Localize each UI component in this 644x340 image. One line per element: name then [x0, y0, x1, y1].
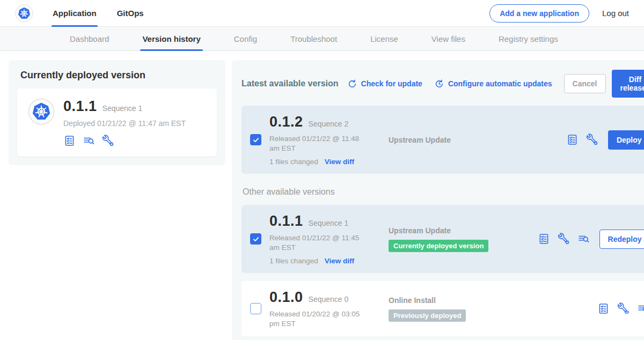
refresh-icon	[347, 79, 357, 89]
previously-deployed-badge: Previously deployed	[389, 309, 466, 322]
version-source: Upstream Update Currently deployed versi…	[389, 226, 538, 252]
subtab-dashboard[interactable]: Dashboard	[70, 27, 109, 51]
preflight-checks-icon[interactable]	[538, 233, 550, 245]
view-diff-link[interactable]: View diff	[325, 158, 354, 166]
subtab-version-history[interactable]: Version history	[142, 27, 200, 51]
diff-releases-button[interactable]: Diff releases	[612, 70, 644, 98]
currently-deployed-card: Currently deployed version 0.1.1 Sequenc…	[9, 60, 225, 165]
kubernetes-logo-icon	[15, 4, 33, 23]
sequence-label: Sequence 2	[309, 120, 349, 128]
cancel-button[interactable]: Cancel	[564, 74, 606, 93]
view-diff-link[interactable]: View diff	[325, 257, 354, 265]
released-timestamp: Released 01/21/22 @ 11:45 am EST	[269, 233, 367, 252]
source-label: Online Install	[389, 296, 597, 305]
deployed-timestamp: Deployed 01/21/22 @ 11:47 am EST	[63, 119, 186, 128]
released-timestamp: Released 01/20/22 @ 03:05 pm EST	[269, 309, 367, 328]
top-nav-right: Add a new application Log out	[489, 4, 629, 23]
version-info: 0.1.0 Sequence 0 Released 01/20/22 @ 03:…	[269, 289, 375, 328]
add-new-application-button[interactable]: Add a new application	[489, 4, 589, 23]
other-versions-heading: Other available versions	[243, 187, 644, 197]
latest-available-heading: Latest available version	[241, 79, 339, 88]
version-row-0-1-2: 0.1.2 Sequence 2 Released 01/21/22 @ 11:…	[241, 106, 644, 174]
check-for-update-link[interactable]: Check for update	[347, 79, 422, 89]
redeploy-button[interactable]: Redeploy	[599, 230, 644, 249]
version-source: Online Install Previously deployed	[389, 296, 597, 322]
version-number: 0.1.2	[269, 114, 303, 130]
deploy-logs-icon[interactable]	[637, 302, 644, 315]
logout-link[interactable]: Log out	[602, 9, 629, 18]
deployed-sequence-label: Sequence 1	[103, 104, 143, 113]
edit-config-icon[interactable]	[102, 135, 114, 147]
clock-refresh-icon	[434, 79, 444, 89]
files-changed-label: 1 files changed	[269, 158, 318, 166]
edit-config-icon[interactable]	[586, 134, 598, 146]
tab-application[interactable]: Application	[52, 0, 98, 27]
app-kubernetes-icon	[28, 98, 63, 125]
released-timestamp: Released 01/21/22 @ 11:48 am EST	[269, 134, 367, 153]
version-number: 0.1.1	[269, 213, 303, 230]
subtab-config[interactable]: Config	[234, 27, 257, 51]
version-checkbox[interactable]	[250, 233, 261, 245]
subtab-troubleshoot[interactable]: Troubleshoot	[290, 27, 337, 51]
currently-deployed-badge: Currently deployed version	[389, 240, 488, 252]
subtab-registry-settings[interactable]: Registry settings	[499, 27, 558, 51]
version-actions	[597, 302, 644, 315]
deployed-version-info: 0.1.1 Sequence 1 Deployed 01/21/22 @ 11:…	[63, 98, 186, 147]
tab-gitops[interactable]: GitOps	[116, 0, 145, 27]
preflight-checks-icon[interactable]	[63, 135, 76, 147]
version-row-0-1-0: 0.1.0 Sequence 0 Released 01/20/22 @ 03:…	[241, 281, 644, 336]
main-content: Currently deployed version 0.1.1 Sequenc…	[0, 51, 644, 340]
subtab-view-files[interactable]: View files	[431, 27, 465, 51]
currently-deployed-title: Currently deployed version	[17, 70, 217, 81]
version-history-panel: Latest available version Check for updat…	[232, 60, 644, 340]
sequence-label: Sequence 1	[309, 219, 349, 227]
deployed-version-number: 0.1.1	[63, 98, 97, 115]
view-config-icon[interactable]	[617, 302, 630, 315]
deploy-button[interactable]: Deploy	[608, 130, 644, 150]
deploy-logs-icon[interactable]	[83, 135, 95, 147]
deployed-version-box: 0.1.1 Sequence 1 Deployed 01/21/22 @ 11:…	[17, 88, 217, 157]
version-info: 0.1.2 Sequence 2 Released 01/21/22 @ 11:…	[269, 114, 375, 166]
checkmark-icon	[252, 235, 260, 243]
app-subnav: Dashboard Version history Config Trouble…	[0, 27, 644, 51]
version-actions	[566, 134, 598, 146]
top-navbar: Application GitOps Add a new application…	[0, 0, 644, 27]
checkmark-icon	[252, 136, 260, 144]
sequence-label: Sequence 0	[309, 295, 349, 304]
version-row-0-1-1: 0.1.1 Sequence 1 Released 01/21/22 @ 11:…	[241, 205, 644, 273]
check-for-update-label: Check for update	[361, 79, 422, 88]
subtab-license[interactable]: License	[370, 27, 398, 51]
version-actions	[538, 233, 590, 245]
version-checkbox[interactable]	[250, 134, 261, 145]
configure-auto-updates-label: Configure automatic updates	[448, 79, 552, 88]
version-source: Upstream Update	[389, 136, 566, 144]
source-label: Upstream Update	[389, 136, 566, 144]
version-checkbox[interactable]	[250, 303, 261, 314]
version-number: 0.1.0	[269, 289, 303, 306]
top-nav-tabs: Application GitOps	[52, 0, 163, 27]
deploy-logs-icon[interactable]	[577, 233, 590, 245]
configure-auto-updates-link[interactable]: Configure automatic updates	[434, 79, 552, 89]
source-label: Upstream Update	[389, 226, 538, 235]
panel-header-buttons: Cancel Diff releases	[564, 70, 644, 98]
edit-config-icon[interactable]	[558, 233, 570, 245]
deployed-actions	[63, 135, 186, 147]
panel-header: Latest available version Check for updat…	[241, 70, 644, 98]
preflight-checks-icon[interactable]	[566, 134, 579, 146]
preflight-checks-icon[interactable]	[597, 302, 610, 315]
version-info: 0.1.1 Sequence 1 Released 01/21/22 @ 11:…	[269, 213, 375, 265]
files-changed-label: 1 files changed	[269, 257, 318, 265]
